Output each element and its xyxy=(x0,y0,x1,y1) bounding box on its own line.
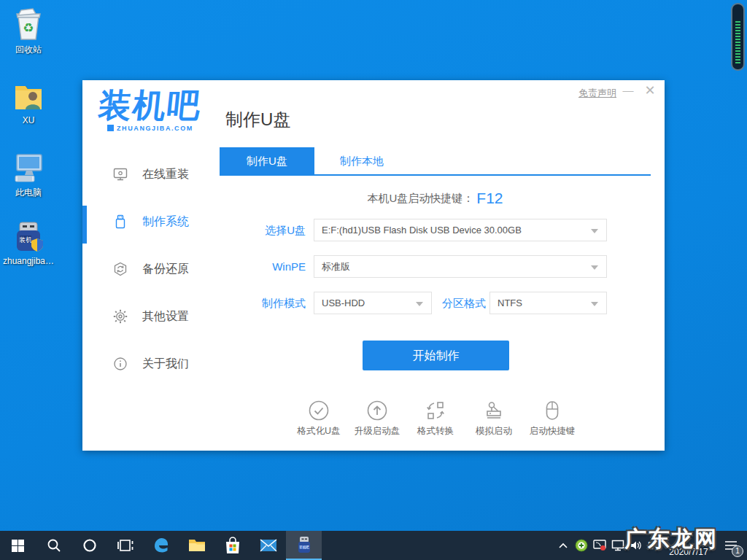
svg-text:装机吧: 装机吧 xyxy=(299,545,309,549)
close-button[interactable]: ✕ xyxy=(643,83,657,98)
system-tray: 中 2020/7/17 1 xyxy=(554,531,747,560)
action-upgrade-boot-disk[interactable]: 升级启动盘 xyxy=(348,399,406,438)
task-view-icon xyxy=(117,539,133,552)
boot-hotkey-line: 本机U盘启动快捷键：F12 xyxy=(220,190,651,207)
winpe-value: 标准版 xyxy=(322,261,350,272)
taskbar: 装机吧 xyxy=(0,531,747,560)
sidebar-item-label: 其他设置 xyxy=(142,309,189,324)
action-boot-hotkeys[interactable]: 启动快捷键 xyxy=(523,399,581,438)
usb-select-dropdown[interactable]: E:F:(hd1)USB Flash Disk USB Device 30.00… xyxy=(314,219,607,241)
action-label: 格式化U盘 xyxy=(290,425,348,438)
about-us-icon xyxy=(113,357,128,371)
chevron-down-icon xyxy=(591,302,598,306)
logo-block-decor xyxy=(107,125,114,131)
other-settings-icon xyxy=(113,309,128,324)
sidebar-item-backup-restore[interactable]: 备份还原 xyxy=(82,261,220,280)
search-button[interactable] xyxy=(36,531,71,560)
disclaimer-link[interactable]: 免责声明 xyxy=(578,87,616,100)
app-logo-text: 装机吧 xyxy=(96,88,217,124)
action-format-convert[interactable]: 格式转换 xyxy=(406,399,465,438)
desktop-icon-label: 回收站 xyxy=(0,44,57,56)
sidebar-item-online-reinstall[interactable]: 在线重装 xyxy=(82,166,220,185)
sidebar-item-label: 在线重装 xyxy=(142,167,189,182)
action-row: 格式化U盘 升级启动盘 格式转换 xyxy=(290,399,581,438)
boot-hotkey-label: 本机U盘启动快捷键： xyxy=(367,192,473,204)
sidebar-item-label: 关于我们 xyxy=(142,357,189,372)
online-reinstall-icon xyxy=(113,167,128,182)
tray-ime-indicator[interactable]: 中 xyxy=(645,531,661,560)
minimize-button[interactable]: — xyxy=(621,83,635,98)
desktop-icon-this-pc[interactable]: 此电脑 xyxy=(0,150,57,199)
app-logo: 装机吧 ZHUANGJIBA.COM xyxy=(98,88,215,132)
tray-volume-icon[interactable] xyxy=(627,531,645,560)
tray-network-icon[interactable] xyxy=(608,531,627,560)
svg-text:♻: ♻ xyxy=(23,21,34,35)
action-simulate-boot[interactable]: 模拟启动 xyxy=(465,399,523,438)
file-explorer-icon xyxy=(188,537,206,553)
usb-select-value: E:F:(hd1)USB Flash Disk USB Device 30.00… xyxy=(322,225,522,236)
recycle-bin-icon: ♻ xyxy=(11,7,46,42)
sidebar-item-label: 备份还原 xyxy=(142,262,189,277)
tray-clock[interactable]: 2020/7/17 xyxy=(661,531,716,560)
notification-badge: 1 xyxy=(732,545,743,557)
chevron-down-icon xyxy=(591,229,598,233)
windows-logo-icon xyxy=(12,540,24,552)
desktop-icon-recycle-bin[interactable]: ♻ 回收站 xyxy=(0,7,57,56)
task-view-button[interactable] xyxy=(107,531,143,560)
winpe-dropdown[interactable]: 标准版 xyxy=(314,255,607,278)
chevron-down-icon xyxy=(591,265,598,270)
store-icon xyxy=(225,537,241,554)
sidebar-item-label: 制作系统 xyxy=(142,214,189,230)
tab-make-local[interactable]: 制作本地 xyxy=(314,147,409,174)
action-format-usb[interactable]: 格式化U盘 xyxy=(290,399,348,438)
notification-center-button[interactable]: 1 xyxy=(716,531,746,560)
usb-app-icon: 装机 xyxy=(11,219,46,254)
desktop-icon-label: 此电脑 xyxy=(0,187,57,199)
zhuangjiba-app-window: 免责声明 — ✕ 装机吧 ZHUANGJIBA.COM 制作U盘 在线重装 制作… xyxy=(82,80,665,451)
zhuangjiba-app-icon: 装机吧 xyxy=(296,536,312,553)
edge-button[interactable] xyxy=(143,531,179,560)
desktop-icon-usb-app[interactable]: 装机 zhuangjiba… xyxy=(0,219,57,266)
tray-chevron-up-icon[interactable] xyxy=(554,531,572,560)
tray-date: 2020/7/17 xyxy=(669,547,708,557)
tab-underline xyxy=(220,174,651,176)
tab-make-usb[interactable]: 制作U盘 xyxy=(220,147,314,174)
sidebar-item-make-system[interactable]: 制作系统 xyxy=(82,214,220,233)
action-label: 模拟启动 xyxy=(465,425,523,438)
make-mode-dropdown[interactable]: USB-HDD xyxy=(314,292,432,314)
winpe-label: WinPE xyxy=(220,255,306,278)
partition-format-dropdown[interactable]: NTFS xyxy=(489,292,607,314)
convert-icon xyxy=(424,399,447,422)
cortana-icon xyxy=(82,538,97,553)
search-icon xyxy=(47,538,61,553)
mail-icon xyxy=(260,538,277,553)
tray-antivirus-icon[interactable] xyxy=(572,531,590,560)
sidebar-item-about-us[interactable]: 关于我们 xyxy=(82,356,220,375)
app-logo-domain: ZHUANGJIBA.COM xyxy=(117,125,193,132)
partition-format-value: NTFS xyxy=(498,298,522,308)
action-label: 升级启动盘 xyxy=(348,425,406,438)
this-pc-icon xyxy=(11,150,46,185)
volume-meter-widget xyxy=(731,3,745,71)
cortana-button[interactable] xyxy=(71,531,107,560)
start-make-button[interactable]: 开始制作 xyxy=(363,341,509,370)
desktop-icon-user-folder[interactable]: XU xyxy=(0,79,57,125)
chevron-down-icon xyxy=(416,302,423,306)
stamp-icon xyxy=(482,399,506,422)
desktop-icon-label: zhuangjiba… xyxy=(0,256,57,266)
sidebar-item-other-settings[interactable]: 其他设置 xyxy=(82,308,220,327)
check-circle-icon xyxy=(307,399,330,422)
action-label: 启动快捷键 xyxy=(523,425,581,438)
store-button[interactable] xyxy=(214,531,250,560)
taskbar-app-zhuangjiba[interactable]: 装机吧 xyxy=(286,531,322,560)
edge-icon xyxy=(152,537,170,554)
usb-select-label: 选择U盘 xyxy=(220,219,306,241)
mail-button[interactable] xyxy=(250,531,286,560)
svg-text:装机: 装机 xyxy=(19,236,32,244)
mouse-icon xyxy=(541,399,564,422)
page-title: 制作U盘 xyxy=(225,108,290,131)
file-explorer-button[interactable] xyxy=(179,531,214,560)
start-button[interactable] xyxy=(0,531,36,560)
tray-cast-icon[interactable] xyxy=(590,531,608,560)
arrow-up-circle-icon xyxy=(365,399,389,422)
